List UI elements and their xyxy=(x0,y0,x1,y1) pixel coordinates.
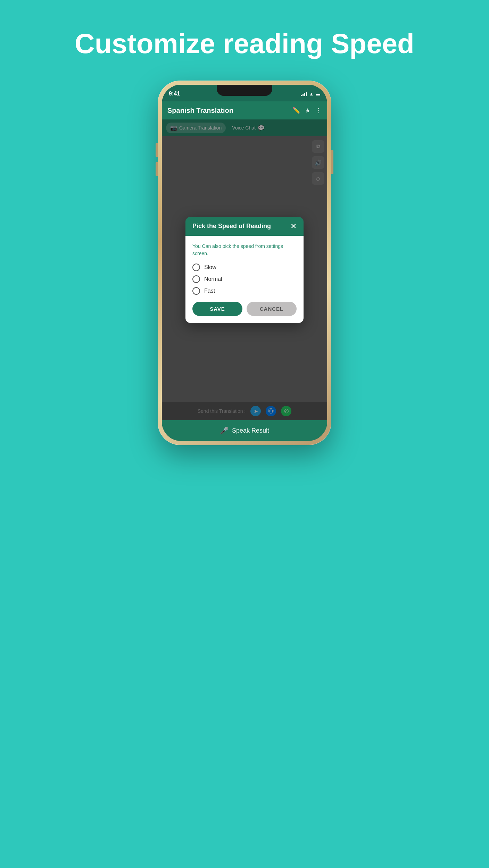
radio-normal-label: Normal xyxy=(204,276,222,282)
app-header-title: Spanish Translation xyxy=(167,107,233,115)
page-title: Customize reading Speed xyxy=(54,28,435,60)
more-icon[interactable]: ⋮ xyxy=(315,107,322,114)
radio-slow[interactable]: Slow xyxy=(192,264,297,271)
header-icons: ✏️ ★ ⋮ xyxy=(292,107,322,114)
volume-down-button[interactable] xyxy=(156,162,158,176)
dialog-close-button[interactable]: ✕ xyxy=(290,223,297,230)
dialog-title: Pick the Speed of Reading xyxy=(192,223,271,230)
star-icon[interactable]: ★ xyxy=(305,107,310,114)
dialog-body: You Can also pick the speed from setting… xyxy=(185,236,304,323)
phone-screen: 9:41 ▲ ▬ Spanish Translation ✏️ ★ ⋮ xyxy=(162,85,327,441)
radio-normal-circle xyxy=(192,275,200,283)
battery-icon: ▬ xyxy=(316,91,320,97)
phone-notch xyxy=(217,85,272,96)
radio-fast-circle xyxy=(192,287,200,295)
speak-bar[interactable]: 🎤 Speak Result xyxy=(162,420,327,441)
phone-shell: 9:41 ▲ ▬ Spanish Translation ✏️ ★ ⋮ xyxy=(158,81,331,445)
power-button[interactable] xyxy=(331,150,333,174)
radio-fast-label: Fast xyxy=(204,288,215,294)
signal-icon xyxy=(301,91,307,96)
wifi-icon: ▲ xyxy=(309,91,314,97)
dialog-overlay: Pick the Speed of Reading ✕ You Can also… xyxy=(162,119,327,420)
dialog-description: You Can also pick the speed from setting… xyxy=(192,243,297,257)
cancel-button[interactable]: CANCEL xyxy=(247,302,297,316)
speed-dialog: Pick the Speed of Reading ✕ You Can also… xyxy=(185,217,304,323)
radio-slow-label: Slow xyxy=(204,264,216,270)
speed-radio-group: Slow Normal Fast xyxy=(192,264,297,295)
dialog-actions: SAVE CANCEL xyxy=(192,302,297,317)
volume-up-button[interactable] xyxy=(156,143,158,157)
radio-slow-circle xyxy=(192,264,200,271)
status-icons: ▲ ▬ xyxy=(301,90,320,97)
status-time: 9:41 xyxy=(169,89,180,97)
dialog-header: Pick the Speed of Reading ✕ xyxy=(185,217,304,236)
radio-normal[interactable]: Normal xyxy=(192,275,297,283)
microphone-icon: 🎤 xyxy=(220,426,229,435)
radio-fast[interactable]: Fast xyxy=(192,287,297,295)
pen-icon[interactable]: ✏️ xyxy=(292,107,300,114)
save-button[interactable]: SAVE xyxy=(192,302,242,316)
speak-label: Speak Result xyxy=(232,427,269,434)
app-header: Spanish Translation ✏️ ★ ⋮ xyxy=(162,101,327,119)
